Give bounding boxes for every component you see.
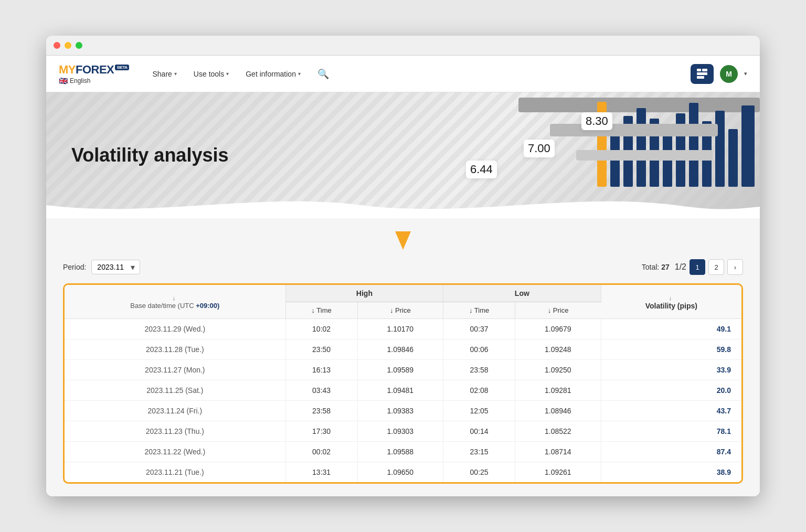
cell-low-time: 23:15: [443, 442, 515, 462]
cell-low-time: 00:37: [443, 319, 515, 339]
cell-low-time: 12:05: [443, 401, 515, 421]
user-menu-chevron[interactable]: ▾: [744, 70, 747, 77]
cell-date: 2023.11.21 (Tue.): [65, 462, 285, 483]
cell-high-price: 1.09589: [357, 360, 443, 380]
table-row: 2023.11.25 (Sat.) 03:43 1.09481 02:08 1.…: [65, 380, 741, 401]
table-row: 2023.11.23 (Thu.) 17:30 1.09303 00:14 1.…: [65, 421, 741, 442]
page-next-button[interactable]: ›: [727, 259, 743, 275]
cell-high-time: 10:02: [285, 319, 357, 339]
bar-label-2: 7.00: [524, 140, 555, 157]
sort-arrow-vol-icon: ↓: [669, 295, 672, 301]
cell-volatility: 87.4: [601, 442, 741, 462]
cell-volatility: 20.0: [601, 380, 741, 401]
total-count: 27: [661, 263, 670, 271]
col-date-label: Base date/time (UTC: [130, 302, 194, 310]
svg-rect-8: [637, 108, 646, 187]
pagination-area: Total: 27 1/2 1 2 ›: [642, 259, 743, 275]
col-low-group: Low: [443, 285, 601, 302]
page-title: Volatility analysis: [71, 144, 228, 166]
logo-area: MYFOREXBETA 🇬🇧 English: [59, 63, 129, 85]
sort-arrow-icon: ↓: [173, 295, 176, 301]
cell-date: 2023.11.23 (Thu.): [65, 421, 285, 442]
content-area: Period: 2023.11 Total: 27 1/2 1 2 ›: [46, 218, 760, 496]
cell-high-price: 1.10170: [357, 319, 443, 339]
period-select[interactable]: 2023.11: [91, 260, 140, 274]
svg-rect-16: [741, 105, 755, 187]
table-row: 2023.11.28 (Tue.) 23:50 1.09846 00:06 1.…: [65, 339, 741, 360]
cell-low-time: 00:25: [443, 462, 515, 483]
user-avatar[interactable]: M: [720, 65, 738, 83]
chevron-down-icon: ▾: [226, 71, 229, 77]
cell-low-price: 1.09679: [515, 319, 601, 339]
nav-links: Share ▾ Use tools ▾ Get information ▾ 🔍: [146, 64, 691, 84]
bar-label-3: 6.44: [466, 161, 497, 178]
cell-high-price: 1.09303: [357, 421, 443, 442]
nav-tools[interactable]: Use tools ▾: [187, 66, 235, 82]
table-body: 2023.11.29 (Wed.) 10:02 1.10170 00:37 1.…: [65, 319, 741, 483]
main-window: MYFOREXBETA 🇬🇧 English Share ▾ Use tools…: [46, 36, 760, 496]
page-indicator: 1/2: [675, 262, 686, 272]
period-label: Period:: [63, 263, 86, 271]
arrow-down-icon: [390, 229, 416, 255]
cell-low-price: 1.08714: [515, 442, 601, 462]
period-select-wrapper[interactable]: 2023.11: [91, 260, 140, 274]
total-label: Total: 27: [642, 263, 670, 271]
utc-label: +09:00): [196, 302, 219, 310]
search-button[interactable]: 🔍: [311, 64, 335, 84]
svg-rect-17: [550, 124, 718, 136]
svg-rect-2: [697, 72, 707, 75]
col-low-price-header: ↓ Price: [515, 302, 601, 319]
cell-volatility: 78.1: [601, 421, 741, 442]
cell-volatility: 33.9: [601, 360, 741, 380]
cell-low-price: 1.08522: [515, 421, 601, 442]
volatility-table: ↓ Base date/time (UTC +09:00) High Low ↓…: [65, 285, 741, 482]
language-label: English: [70, 77, 90, 84]
nav-share[interactable]: Share ▾: [146, 66, 183, 82]
close-dot[interactable]: [54, 42, 60, 49]
cell-high-time: 03:43: [285, 380, 357, 401]
page-2-button[interactable]: 2: [708, 259, 724, 275]
nav-info[interactable]: Get information ▾: [239, 66, 307, 82]
cell-low-time: 00:06: [443, 339, 515, 360]
arrow-connector: [63, 229, 743, 255]
col-high-price-header: ↓ Price: [357, 302, 443, 319]
col-volatility-header: ↓ Volatility (pips): [601, 285, 741, 319]
cell-low-time: 23:58: [443, 360, 515, 380]
cell-high-time: 13:31: [285, 462, 357, 483]
cell-high-time: 23:58: [285, 401, 357, 421]
col-high-group: High: [285, 285, 443, 302]
svg-rect-12: [689, 103, 698, 187]
cell-low-time: 00:14: [443, 421, 515, 442]
language-selector[interactable]: 🇬🇧 English: [59, 77, 129, 85]
svg-rect-15: [728, 129, 738, 187]
navbar: MYFOREXBETA 🇬🇧 English Share ▾ Use tools…: [46, 56, 760, 92]
cell-high-time: 16:13: [285, 360, 357, 380]
titlebar: [46, 36, 760, 56]
cell-date: 2023.11.22 (Wed.): [65, 442, 285, 462]
table-row: 2023.11.21 (Tue.) 13:31 1.09650 00:25 1.…: [65, 462, 741, 483]
dashboard-button[interactable]: [691, 64, 714, 84]
page-1-button[interactable]: 1: [690, 259, 705, 275]
table-row: 2023.11.27 (Mon.) 16:13 1.09589 23:58 1.…: [65, 360, 741, 380]
cell-date: 2023.11.25 (Sat.): [65, 380, 285, 401]
cell-high-price: 1.09846: [357, 339, 443, 360]
col-low-time-header: ↓ Time: [443, 302, 515, 319]
nav-right: M ▾: [691, 64, 747, 84]
cell-high-time: 00:02: [285, 442, 357, 462]
cell-low-price: 1.09261: [515, 462, 601, 483]
minimize-dot[interactable]: [65, 42, 71, 49]
chevron-down-icon: ▾: [298, 71, 301, 77]
svg-marker-19: [395, 231, 411, 250]
logo-beta: BETA: [115, 65, 129, 70]
cell-high-price: 1.09650: [357, 462, 443, 483]
wave-decoration: [46, 192, 760, 218]
col-high-time-header: ↓ Time: [285, 302, 357, 319]
hero-banner: Volatility analysis 8.30 7.00 6.44: [46, 92, 760, 218]
cell-volatility: 59.8: [601, 339, 741, 360]
logo[interactable]: MYFOREXBETA: [59, 63, 129, 77]
cell-volatility: 49.1: [601, 319, 741, 339]
svg-rect-14: [715, 111, 725, 187]
maximize-dot[interactable]: [76, 42, 82, 49]
svg-rect-1: [702, 69, 707, 71]
table-row: 2023.11.29 (Wed.) 10:02 1.10170 00:37 1.…: [65, 319, 741, 339]
